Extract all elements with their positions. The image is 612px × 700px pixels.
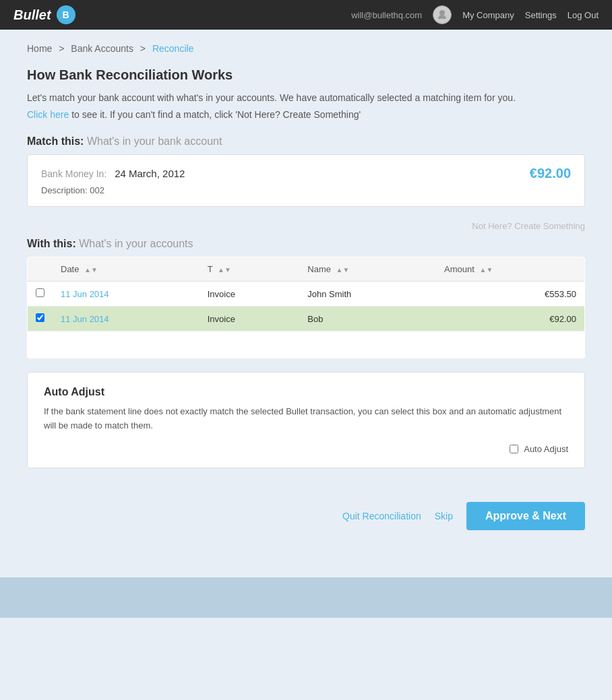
row2-amount: €92.00 <box>436 307 584 331</box>
with-label-sub: What's in your accounts <box>79 238 193 249</box>
approve-next-button[interactable]: Approve & Next <box>466 502 585 530</box>
svg-point-0 <box>439 10 445 15</box>
header-right: will@bullethq.com My Company Settings Lo… <box>351 5 599 24</box>
breadcrumb-reconcile: Reconcile <box>152 43 193 54</box>
quit-reconciliation-link[interactable]: Quit Reconciliation <box>342 511 421 521</box>
type-sort-icon: ▲▼ <box>218 266 231 274</box>
name-sort-icon: ▲▼ <box>336 266 350 274</box>
nav-settings[interactable]: Settings <box>525 10 557 20</box>
row2-name: Bob <box>299 307 436 331</box>
auto-adjust-desc: If the bank statement line does not exac… <box>44 405 568 433</box>
bank-description: Description: 002 <box>41 185 571 195</box>
not-here-container: Not Here? Create Something <box>27 220 585 231</box>
skip-link[interactable]: Skip <box>435 511 453 521</box>
nav-logout[interactable]: Log Out <box>568 10 599 20</box>
how-works-link-row: Click here to see it. If you can't find … <box>27 108 585 122</box>
match-label-bold: Match this: <box>27 135 84 147</box>
table-row: 11 Jun 2014 Invoice Bob €92.00 <box>28 307 585 331</box>
row2-date-link[interactable]: 11 Jun 2014 <box>61 314 109 324</box>
bank-amount: €92.00 <box>530 166 571 181</box>
table-empty-row <box>28 331 585 358</box>
avatar <box>433 5 452 24</box>
header: Bullet B will@bullethq.com My Company Se… <box>0 0 612 30</box>
table-header-row: Date ▲▼ T ▲▼ Name ▲▼ Amount ▲▼ <box>28 257 585 282</box>
with-label: With this: What's in your accounts <box>27 238 585 250</box>
row1-amount: €553.50 <box>436 282 584 307</box>
bank-card-left: Bank Money In: 24 March, 2012 <box>41 168 185 179</box>
row2-type: Invoice <box>200 307 300 331</box>
row1-checkbox[interactable] <box>36 288 44 297</box>
row1-type: Invoice <box>200 282 300 307</box>
col-amount-header[interactable]: Amount ▲▼ <box>436 257 584 282</box>
amount-sort-icon: ▲▼ <box>480 266 493 274</box>
click-here-link[interactable]: Click here <box>27 109 69 120</box>
header-email: will@bullethq.com <box>351 10 422 20</box>
auto-adjust-card: Auto Adjust If the bank statement line d… <box>27 372 585 468</box>
empty-cell <box>28 331 585 358</box>
bank-date: 24 March, 2012 <box>115 168 185 179</box>
table-row: 11 Jun 2014 Invoice John Smith €553.50 <box>28 282 585 307</box>
col-date-header[interactable]: Date ▲▼ <box>53 257 200 282</box>
bank-card-header: Bank Money In: 24 March, 2012 €92.00 <box>41 166 571 181</box>
row2-checkbox[interactable] <box>36 313 44 322</box>
how-works-desc-text: Let's match your bank account with what'… <box>27 92 516 103</box>
how-works-section: How Bank Reconciliation Works Let's matc… <box>27 67 585 122</box>
col-type-header[interactable]: T ▲▼ <box>200 257 300 282</box>
logo-text: Bullet <box>13 7 51 23</box>
footer-actions: Quit Reconciliation Skip Approve & Next <box>27 488 585 537</box>
accounts-table: Date ▲▼ T ▲▼ Name ▲▼ Amount ▲▼ <box>27 257 585 358</box>
table-body: 11 Jun 2014 Invoice John Smith €553.50 1… <box>28 282 585 358</box>
breadcrumb-sep-2: > <box>140 43 146 54</box>
auto-adjust-checkbox[interactable] <box>510 445 518 453</box>
auto-adjust-checkbox-row: Auto Adjust <box>44 444 568 454</box>
how-works-desc: Let's match your bank account with what'… <box>27 91 585 105</box>
date-sort-icon: ▲▼ <box>84 266 98 274</box>
row2-checkbox-cell <box>28 307 53 331</box>
breadcrumb-bank-accounts[interactable]: Bank Accounts <box>71 43 133 54</box>
breadcrumb: Home > Bank Accounts > Reconcile <box>27 43 585 54</box>
breadcrumb-home[interactable]: Home <box>27 43 52 54</box>
logo-badge: B <box>57 5 75 24</box>
how-works-title: How Bank Reconciliation Works <box>27 67 585 83</box>
row2-date: 11 Jun 2014 <box>53 307 200 331</box>
not-here-link[interactable]: Not Here? Create Something <box>472 221 585 231</box>
with-label-bold: With this: <box>27 238 76 249</box>
main-container: Home > Bank Accounts > Reconcile How Ban… <box>0 30 612 564</box>
col-checkbox <box>28 257 53 282</box>
page-footer <box>0 577 612 618</box>
row1-name: John Smith <box>299 282 436 307</box>
breadcrumb-sep-1: > <box>59 43 64 54</box>
bank-money-in-label: Bank Money In: <box>41 168 106 179</box>
col-name-header[interactable]: Name ▲▼ <box>299 257 436 282</box>
nav-my-company[interactable]: My Company <box>462 10 514 20</box>
auto-adjust-title: Auto Adjust <box>44 386 568 398</box>
bank-card: Bank Money In: 24 March, 2012 €92.00 Des… <box>27 154 585 207</box>
row1-date: 11 Jun 2014 <box>53 282 200 307</box>
row1-date-link[interactable]: 11 Jun 2014 <box>61 289 109 299</box>
header-left: Bullet B <box>13 5 75 24</box>
match-label: Match this: What's in your bank account <box>27 135 585 148</box>
row1-checkbox-cell <box>28 282 53 307</box>
match-label-sub: What's in your bank account <box>87 135 222 147</box>
how-works-desc2: to see it. If you can't find a match, cl… <box>69 109 361 120</box>
auto-adjust-label: Auto Adjust <box>524 444 568 454</box>
